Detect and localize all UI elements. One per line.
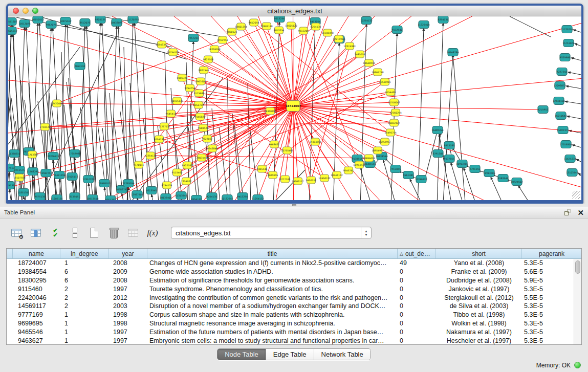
network-node[interactable]: 21265054 [122, 180, 134, 187]
cell-short[interactable]: Yano et al. (2008) [436, 259, 522, 267]
cell-pagerank[interactable]: 5.3E-5 [522, 320, 581, 327]
network-node[interactable]: 16409354 [431, 126, 443, 134]
cell-year[interactable]: 1998 [109, 311, 147, 318]
cell-name[interactable]: 18724007 [13, 259, 60, 267]
network-node[interactable]: 12450122 [318, 174, 330, 182]
network-node[interactable]: 16543392 [156, 41, 167, 48]
network-node[interactable]: 11548498 [321, 29, 333, 36]
network-node[interactable]: 8554132 [191, 195, 202, 201]
network-node[interactable]: 9242848 [207, 145, 218, 152]
network-node[interactable]: 10351351 [17, 189, 29, 196]
network-node[interactable]: 10896059 [363, 155, 375, 162]
cell-year[interactable]: 1997 [109, 286, 147, 293]
cell-in-degree[interactable]: 1 [60, 329, 109, 336]
network-node[interactable]: 9205125 [95, 16, 106, 24]
network-node[interactable]: 8754135 [162, 182, 172, 189]
cell-name[interactable]: 22420046 [13, 294, 60, 301]
cell-title[interactable]: Disruption of a novel member of a sodium… [147, 302, 398, 310]
cell-short[interactable]: Franke et al. (2009) [436, 268, 522, 275]
cell-out-degree[interactable]: 0 [398, 277, 436, 284]
network-node[interactable]: 14569117 [292, 178, 303, 185]
cell-in-degree[interactable]: 1 [60, 337, 109, 344]
close-window-button[interactable] [13, 8, 19, 14]
network-node[interactable]: 9254135 [207, 193, 217, 201]
network-node[interactable]: 9505135 [8, 182, 14, 189]
network-node[interactable]: 11568295 [27, 168, 38, 176]
table-row[interactable]: 2242004622012Investigating the contribut… [7, 293, 581, 302]
network-node[interactable]: 16605120 [285, 22, 297, 29]
network-node[interactable]: 12075512 [59, 17, 71, 25]
network-node[interactable]: 9227342 [557, 68, 568, 76]
network-node[interactable]: 10246122 [331, 171, 342, 179]
network-node[interactable]: 15495754 [384, 129, 396, 136]
network-node[interactable]: 11205135 [51, 195, 62, 201]
cell-out-degree[interactable]: 0 [398, 311, 436, 318]
cell-out-degree[interactable]: 0 [398, 337, 436, 344]
network-node[interactable]: 9612054 [249, 19, 259, 26]
column-header-title[interactable]: title [147, 249, 398, 258]
network-node[interactable]: 9561385 [403, 171, 414, 179]
table-row[interactable]: 969969511998Structural magnetic resonanc… [7, 319, 581, 328]
network-node[interactable]: 8791385 [433, 150, 444, 158]
cell-short[interactable]: Wolkin et al. (1998) [436, 320, 522, 327]
cell-title[interactable]: Corpus callosum shape and size in male p… [147, 311, 398, 318]
network-node[interactable]: 16210643 [555, 112, 567, 120]
show-columns-button[interactable] [28, 225, 44, 241]
cell-in-degree[interactable]: 1 [60, 320, 109, 327]
network-node[interactable]: 8912954 [217, 36, 228, 43]
network-node[interactable]: 10135405 [160, 194, 171, 201]
network-node[interactable]: 12213389 [26, 151, 38, 158]
column-header-year[interactable]: year [109, 249, 147, 258]
cell-year[interactable]: 2003 [109, 302, 147, 310]
network-node[interactable]: 16032427 [388, 119, 400, 126]
network-node[interactable]: 9137855 [444, 155, 455, 163]
network-node[interactable]: 2718120 [40, 123, 51, 130]
network-node[interactable]: 11325404 [418, 21, 429, 29]
cell-name[interactable]: 19384554 [13, 268, 60, 275]
network-node[interactable]: 9213545 [146, 187, 157, 194]
network-node[interactable]: 3913575 [14, 166, 25, 174]
cell-in-degree[interactable]: 6 [60, 268, 109, 275]
network-node[interactable]: 12444150 [553, 97, 564, 105]
network-node[interactable]: 9862075 [46, 21, 57, 29]
network-node[interactable]: 11605512 [8, 27, 17, 35]
network-node[interactable]: 12103545 [566, 169, 578, 177]
network-node[interactable]: 10754135 [167, 49, 179, 56]
cell-name[interactable]: 18300295 [13, 277, 60, 284]
cell-out-degree[interactable]: 0 [398, 329, 436, 336]
network-node[interactable]: 11544901 [379, 78, 390, 85]
table-row[interactable]: 946554611997Estimation of the future num… [7, 327, 581, 336]
table-select-dropdown[interactable]: citations_edges.txt ▲▼ [171, 227, 372, 239]
network-node[interactable]: 9146821 [195, 113, 206, 120]
network-node[interactable]: 8913785 [444, 142, 455, 149]
cell-short[interactable]: Hescheler et al. (1997) [436, 337, 522, 344]
network-node[interactable]: 8254131 [438, 16, 449, 24]
zoom-window-button[interactable] [32, 8, 38, 14]
network-node[interactable]: 9170041 [134, 161, 144, 168]
network-node[interactable]: 9545761 [343, 167, 354, 174]
network-node[interactable]: 9791355 [470, 165, 481, 173]
cell-in-degree[interactable]: 6 [60, 277, 109, 284]
cell-in-degree[interactable]: 2 [60, 286, 109, 293]
delete-column-button[interactable] [105, 225, 122, 241]
network-node[interactable]: 19384554 [309, 138, 321, 145]
network-node[interactable]: 9860123 [227, 28, 237, 35]
cell-name[interactable]: 9465546 [13, 329, 60, 336]
network-window-titlebar[interactable]: citations_edges.txt [8, 6, 581, 16]
table-row[interactable]: 1456911722003Disruption of a novel membe… [7, 302, 581, 311]
cell-out-degree[interactable]: 0 [398, 294, 436, 301]
table-settings-button[interactable]: ⚙ [8, 225, 25, 241]
network-node[interactable]: 11675334 [564, 155, 576, 163]
float-panel-icon[interactable] [564, 209, 571, 215]
cell-name[interactable]: 9115460 [13, 286, 60, 293]
network-window[interactable]: citations_edges.txt 10551207105120751615… [6, 4, 583, 204]
network-node[interactable]: 11451194 [53, 171, 65, 179]
column-header-in-degree[interactable]: in_degree [60, 249, 109, 258]
network-node[interactable]: 7913855 [390, 165, 401, 173]
network-node[interactable]: 9329966 [560, 54, 571, 61]
cell-short[interactable]: Tibbo et al. (1998) [436, 311, 522, 318]
network-node[interactable]: 16648784 [447, 49, 459, 56]
network-node[interactable]: 9754132 [154, 136, 165, 143]
select-all-button[interactable]: ✔✔ [47, 225, 63, 241]
column-header-out-degree[interactable]: △ out_de… [398, 249, 436, 258]
